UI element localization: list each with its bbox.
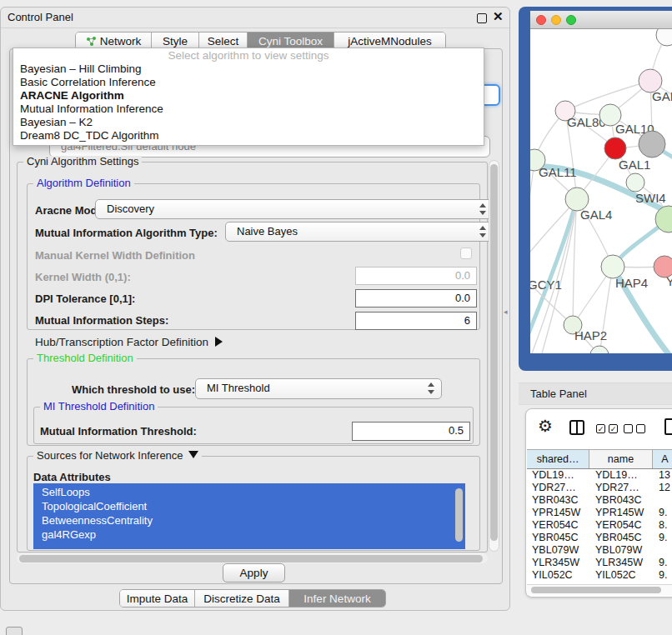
control-panel-title: Control Panel [8,11,73,23]
mi-steps-label: Mutual Information Steps: [35,314,168,327]
table-cell: YER054C [595,519,655,532]
network-canvas-svg[interactable]: GALGAL80GAL10GAL1GAL11SWI4GAL4HAP4YGCY1H… [530,29,672,353]
table-panel: ⚙ ✓ ✓ shared… name A YDL19…YDL19…13YDR27… [525,408,672,598]
kernel-width-field[interactable]: 0.0 [355,267,477,285]
network-node[interactable] [590,346,609,353]
network-node[interactable] [626,173,644,192]
network-node[interactable] [601,255,624,278]
network-node-label: GCY1 [530,278,562,292]
close-button[interactable] [536,15,546,25]
sources-title[interactable]: Sources for Network Inference [33,450,202,462]
network-node-label: SWI4 [635,191,666,205]
table-cell: YBR043C [532,494,590,507]
tab-network[interactable]: Network [76,32,152,49]
aracne-mode-combo[interactable]: Discovery [95,199,494,219]
table-cell: YBR045C [595,532,655,544]
table-row[interactable]: YBR043CYBR043C [527,494,672,507]
data-attributes-list[interactable]: SelfLoops TopologicalCoefficient Between… [33,483,465,549]
settings-vertical-scrollbar[interactable] [489,160,499,552]
network-node-label: HAP2 [574,328,607,342]
algorithm-option[interactable]: Dream8 DC_TDC Algorithm [13,129,484,142]
column-header-partial[interactable]: A [653,450,672,468]
algorithm-option[interactable]: Bayesian – K2 [13,116,484,129]
minimize-button[interactable] [551,15,561,25]
select-all-icon[interactable]: ✓ [596,424,605,433]
algorithm-option[interactable]: Basic Correlation Inference [13,76,484,89]
network-edge [530,160,534,269]
manual-kernel-checkbox[interactable] [460,248,472,259]
tab-select[interactable]: Select [199,32,248,49]
table-cell: YIL052C [532,569,590,582]
collapsed-panel-button[interactable] [6,627,23,635]
settings-horizontal-scrollbar[interactable] [17,553,488,563]
kernel-width-label: Kernel Width (0,1): [35,271,131,283]
tab-cyni-toolbox[interactable]: Cyni Toolbox [248,32,334,49]
table-row[interactable]: YDL19…YDL19…13 [527,469,672,482]
threshold-definition-title: Threshold Definition [33,352,137,364]
table-cell: 9. [659,532,672,544]
panel-resize-grip[interactable]: ◂ [504,307,509,317]
column-header-name[interactable]: name [589,450,652,468]
tab-style[interactable]: Style [152,32,199,49]
column-header-shared-name[interactable]: shared… [527,450,589,468]
close-icon[interactable]: ✕ [493,9,504,24]
table-row[interactable]: YDR27…YDR27…12 [527,482,672,494]
tab-infer-network[interactable]: Infer Network [289,590,385,607]
table-row[interactable]: YPR145WYPR145W9. [527,507,672,519]
tab-jactivemnodules[interactable]: jActiveMNodules [334,32,445,49]
manual-kernel-label: Manual Kernel Width Definition [35,249,195,262]
hub-definition-label: Hub/Transcription Factor Definition [35,336,208,348]
gear-icon[interactable]: ⚙ [538,416,553,436]
list-item[interactable]: BetweennessCentrality [33,513,465,528]
list-scrollbar-thumb[interactable] [455,488,463,542]
table-row[interactable]: YLR345WYLR345W9. [527,557,672,569]
table-row[interactable]: YER054CYER054C8. [527,519,672,532]
split-columns-icon[interactable] [569,420,584,435]
network-node[interactable] [604,138,626,159]
which-threshold-combo[interactable]: MI Threshold [195,378,442,399]
mi-steps-field[interactable]: 6 [355,312,477,330]
dpi-tolerance-field[interactable]: 0.0 [355,289,477,308]
algorithm-option[interactable]: Bayesian – Hill Climbing [13,62,484,76]
apply-button[interactable]: Apply [223,563,285,582]
float-window-icon[interactable] [477,13,487,23]
control-panel-window: Control Panel ✕ Network Style Select Cyn… [0,7,510,611]
mi-threshold-field[interactable]: 0.5 [352,422,470,441]
mi-type-combo[interactable]: Naive Bayes [225,222,494,242]
table-cell: 8. [659,519,672,532]
tab-discretize-data[interactable]: Discretize Data [195,590,289,607]
network-node-label: GAL11 [539,165,577,179]
table-cell: YDR27… [595,482,655,494]
network-canvas[interactable]: GALGAL80GAL10GAL1GAL11SWI4GAL4HAP4YGCY1H… [530,29,672,353]
new-table-icon[interactable] [664,418,672,435]
settings-vscroll-thumb[interactable] [490,164,498,541]
list-item[interactable]: gal4RGexp [33,528,465,542]
table-cell: YLR345W [532,557,590,569]
table-row[interactable]: YIL052CYIL052C9. [527,569,672,582]
chevron-updown-icon [479,225,487,238]
table-cell: YPR145W [532,507,590,519]
table-hscroll-thumb[interactable] [531,587,661,593]
settings-hscroll-thumb[interactable] [19,555,483,562]
table-cell: 12 [659,482,672,494]
select-all-icon[interactable]: ✓ [609,424,618,433]
which-threshold-value: MI Threshold [207,382,270,394]
algorithm-dropdown-popup: Select algorithm to view settings Bayesi… [13,48,484,146]
table-row[interactable]: YBR045CYBR045C9. [527,532,672,544]
table-horizontal-scrollbar[interactable] [527,584,672,595]
algorithm-option[interactable]: ARACNE Algorithm [13,89,484,102]
list-item[interactable]: TopologicalCoefficient [33,499,465,513]
tab-impute-data[interactable]: Impute Data [120,590,195,607]
network-node[interactable] [639,131,665,158]
zoom-button[interactable] [566,15,576,25]
network-node[interactable] [656,29,672,46]
list-item[interactable]: SelfLoops [33,485,465,499]
table-row[interactable]: YBL079WYBL079W [527,544,672,557]
control-panel-titlebar: Control Panel ✕ [1,8,509,28]
table-cell: YIL052C [595,569,655,582]
hub-definition-toggle[interactable]: Hub/Transcription Factor Definition [35,336,223,348]
network-node-label: GAL1 [619,158,650,172]
deselect-all-icon[interactable] [624,424,633,433]
algorithm-option[interactable]: Mutual Information Inference [13,102,484,116]
deselect-all-icon[interactable] [636,424,645,433]
